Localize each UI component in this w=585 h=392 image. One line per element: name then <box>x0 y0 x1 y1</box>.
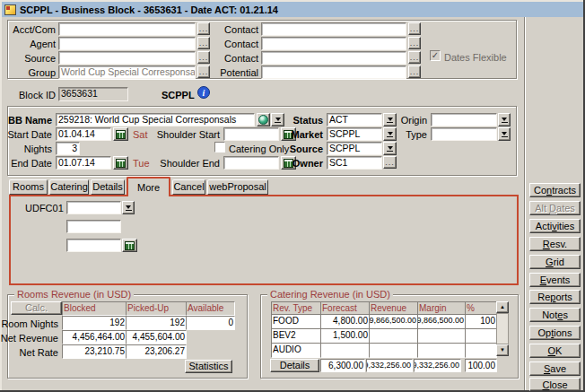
catering-row-bev2-percent[interactable] <box>465 328 497 344</box>
info-icon[interactable]: i <box>197 86 210 99</box>
sidebar-button-activities[interactable]: Activities <box>529 219 581 233</box>
sidebar-button-grid[interactable]: Grid <box>529 255 581 269</box>
shoulder-start-field[interactable] <box>223 127 279 141</box>
contact2-lov-button[interactable]: ... <box>408 37 421 49</box>
type-dropdown-button[interactable] <box>498 127 511 141</box>
bb-name-field[interactable]: 259218: World Cup Special Corresponsals <box>56 113 255 126</box>
sidebar-button-alt-dates: Alt Dates <box>529 201 581 215</box>
sidebar-button-save[interactable]: Save <box>529 362 581 376</box>
catering-scroll-up-button[interactable]: ▲ <box>496 301 509 313</box>
end-date-field[interactable]: 01.07.14 <box>56 156 111 170</box>
agent-field[interactable] <box>58 37 196 50</box>
udfc01-field[interactable] <box>66 201 121 214</box>
shoulder-end-label: Shoulder End <box>139 158 220 169</box>
source-account-field[interactable] <box>58 51 196 65</box>
catering-col-percent: % <box>465 301 497 315</box>
contact1-field[interactable] <box>261 22 406 36</box>
owner-field[interactable]: SC1 <box>327 156 382 170</box>
catering-col-revenue: Revenue <box>369 301 418 315</box>
potential-field[interactable] <box>261 65 406 79</box>
catering-row-audio-type[interactable]: AUDIO <box>271 343 321 358</box>
sidebar-button-notes[interactable]: Notes <box>529 308 581 322</box>
catering-only-checkbox[interactable] <box>214 142 225 152</box>
source-field[interactable]: SCPPL <box>327 142 382 155</box>
sidebar-button-reports[interactable]: Reports <box>529 290 581 304</box>
tab-rooms[interactable]: Rooms <box>9 179 48 195</box>
nights-label: Nights <box>7 144 52 154</box>
calendar-icon <box>116 159 126 168</box>
nights-field[interactable]: 3 <box>56 142 80 155</box>
tab-more[interactable]: More <box>127 177 170 196</box>
catering-row-audio-forecast[interactable] <box>320 343 370 358</box>
block-id-label: Block ID <box>7 90 56 100</box>
end-date-calendar-button[interactable] <box>113 156 128 170</box>
shoulder-end-field[interactable] <box>223 156 279 170</box>
contact1-lov-button[interactable]: ... <box>408 22 421 35</box>
group-label: Group <box>7 67 56 78</box>
origin-field[interactable] <box>431 113 497 126</box>
start-date-field[interactable]: 01.04.14 <box>56 127 111 141</box>
details-button[interactable]: Details <box>270 359 319 372</box>
udf-field-2[interactable] <box>66 220 121 233</box>
catering-row-food-percent[interactable]: 100 <box>465 314 497 329</box>
catering-row-food-margin[interactable]: 9,866,500.00 <box>417 314 466 329</box>
owner-lov-button[interactable]: ... <box>383 156 397 169</box>
contact2-field[interactable] <box>261 37 406 50</box>
bb-name-globe-button[interactable] <box>257 113 270 126</box>
catering-row-food-type[interactable]: FOOD <box>271 314 321 329</box>
catering-row-audio-margin[interactable] <box>417 343 466 358</box>
catering-total-forecast: 6,300.00 <box>320 359 365 372</box>
tab-cancel[interactable]: Cancel <box>172 179 205 195</box>
market-label: Market <box>280 129 323 140</box>
catering-revenue-title: Catering Revenue (in USD) <box>267 289 393 300</box>
acct-com-field[interactable] <box>58 22 196 36</box>
udf-date-calendar-button[interactable] <box>122 239 137 252</box>
udf-field-3[interactable] <box>66 239 121 252</box>
tab-details[interactable]: Details <box>91 179 125 195</box>
dropdown-arrow-icon <box>388 146 393 150</box>
catering-row-food-forecast[interactable]: 4,800.00 <box>320 314 370 329</box>
origin-dropdown-button[interactable] <box>498 113 511 126</box>
catering-row-bev2-revenue[interactable] <box>369 328 418 344</box>
sidebar-button-events[interactable]: Events <box>529 273 581 287</box>
contact3-label: Contact <box>208 53 258 64</box>
net-rate-blocked-cell: 23,210.75 <box>62 344 127 359</box>
source-dropdown-button[interactable] <box>383 142 397 155</box>
tab-webproposal[interactable]: webProposal <box>207 179 268 195</box>
contact3-field[interactable] <box>261 51 406 65</box>
type-field[interactable] <box>431 127 497 141</box>
tab-catering[interactable]: Catering <box>49 179 89 195</box>
catering-row-bev2-margin[interactable] <box>417 328 466 344</box>
sidebar-button-options[interactable]: Options <box>529 326 581 340</box>
sidebar-button-ok[interactable]: OK <box>529 344 581 358</box>
catering-row-audio-percent[interactable] <box>465 343 497 358</box>
owner-label: Owner <box>280 158 323 169</box>
market-field[interactable]: SCPPL <box>327 127 382 141</box>
title-bar: SCPPL - Business Block - 3653631 - Date … <box>2 2 583 17</box>
sidebar-button-close[interactable]: Close <box>529 378 581 391</box>
catering-scroll-down-button[interactable]: ▼ <box>496 344 509 356</box>
catering-row-bev2-type[interactable]: BEV2 <box>271 328 321 344</box>
catering-scrollbar-track[interactable] <box>496 313 509 344</box>
statistics-button[interactable]: Statistics <box>185 360 232 373</box>
catering-total-revenue: 9,332,256.00 <box>366 359 413 372</box>
room-nights-picked-cell: 192 <box>126 316 187 330</box>
udfc01-dropdown-button[interactable] <box>122 201 135 214</box>
dropdown-bar-icon <box>387 151 393 152</box>
potential-lov-button[interactable]: ... <box>408 65 421 78</box>
sidebar-button-contracts[interactable]: Contracts <box>529 183 581 197</box>
catering-row-bev2-forecast[interactable]: 1,500.00 <box>320 328 370 344</box>
net-rate-row-label: Net Rate <box>0 347 58 358</box>
origin-label: Origin <box>386 115 427 126</box>
catering-col-rev-type: Rev. Type <box>271 301 321 315</box>
status-field[interactable]: ACT <box>327 113 382 126</box>
start-date-calendar-button[interactable] <box>113 127 128 141</box>
rooms-col-blocked: Blocked <box>62 301 127 316</box>
rooms-revenue-title: Rooms Revenue (in USD) <box>14 289 134 300</box>
sidebar-button-resv[interactable]: Resv. <box>529 237 581 251</box>
catering-row-audio-revenue[interactable] <box>369 343 418 358</box>
contact3-lov-button[interactable]: ... <box>408 51 421 64</box>
calendar-icon <box>125 241 135 250</box>
catering-row-food-revenue[interactable]: 9,866,500.00 <box>369 314 418 329</box>
type-label: Type <box>386 129 427 140</box>
